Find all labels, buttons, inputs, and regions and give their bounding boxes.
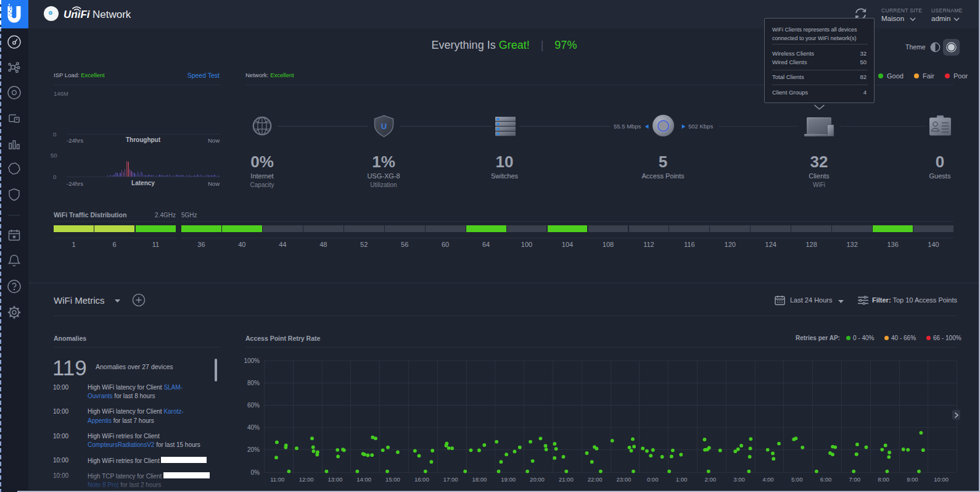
svg-text:UniFi: UniFi (64, 9, 91, 20)
svg-text:U: U (381, 122, 387, 131)
svg-text:Network: Network (93, 9, 131, 20)
